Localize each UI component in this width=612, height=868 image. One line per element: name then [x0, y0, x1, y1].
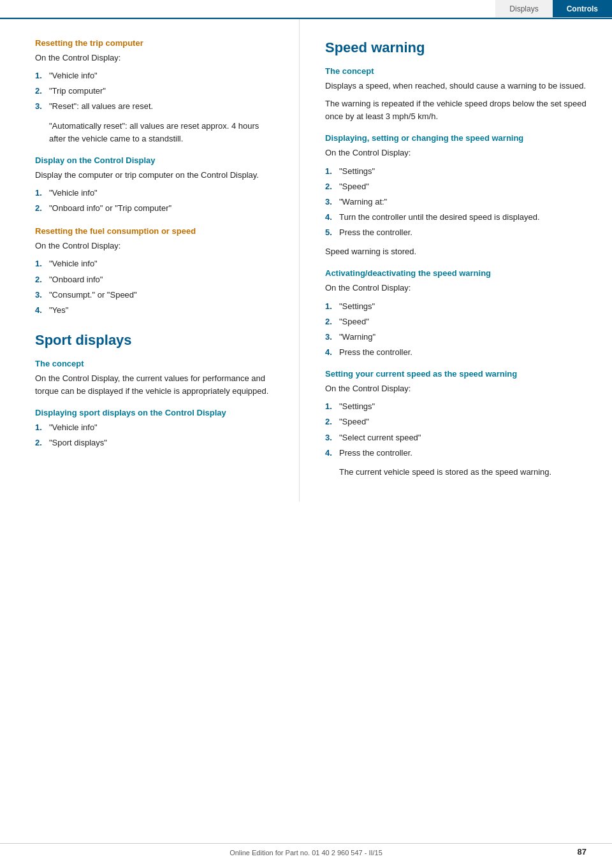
- section1-steps: 1. "Vehicle info" 2. "Trip computer" 3. …: [35, 69, 277, 113]
- list-item: 4. "Yes": [35, 304, 277, 317]
- section-display-heading: Displaying, setting or changing the spee…: [325, 133, 590, 143]
- section-current-intro: On the Control Display:: [325, 382, 590, 395]
- section1-intro: On the Control Display:: [35, 52, 277, 64]
- section2-steps: 1. "Vehicle info" 2. "Onboard info" or "…: [35, 187, 277, 215]
- sport-display-steps: 1. "Vehicle info" 2. "Sport displays": [35, 421, 277, 449]
- step-text: "Select current speed": [339, 431, 421, 444]
- step-num: 1.: [35, 69, 49, 82]
- list-item: 4. Press the controller.: [325, 346, 590, 359]
- step-num: 4.: [35, 304, 49, 317]
- footer: Online Edition for Part no. 01 40 2 960 …: [0, 843, 612, 857]
- tab-displays[interactable]: Displays: [495, 0, 552, 17]
- step-text: Turn the controller until the desired sp…: [339, 211, 540, 224]
- step-num: 1.: [325, 400, 339, 413]
- list-item: 1. "Settings": [325, 400, 590, 413]
- step-num: 2.: [325, 416, 339, 428]
- list-item: 1. "Settings": [325, 165, 590, 178]
- section2-intro: Display the computer or trip computer on…: [35, 169, 277, 182]
- step-text: Press the controller.: [339, 226, 412, 239]
- header-bar: Displays Controls: [0, 0, 612, 18]
- step-num: 4.: [325, 211, 339, 224]
- step-num: 1.: [325, 300, 339, 313]
- tab-controls-label: Controls: [567, 4, 598, 13]
- list-item: 3. "Consumpt." or "Speed": [35, 289, 277, 301]
- left-column: Resetting the trip computer On the Contr…: [0, 19, 300, 502]
- step-num: 5.: [325, 226, 339, 239]
- step-text: "Settings": [339, 300, 375, 313]
- section-current-heading: Setting your current speed as the speed …: [325, 369, 590, 379]
- step-num: 3.: [325, 331, 339, 344]
- section-display-intro: On the Control Display:: [325, 147, 590, 159]
- step-num: 3.: [325, 431, 339, 444]
- step-num: 2.: [325, 315, 339, 328]
- step-text: "Settings": [339, 400, 375, 413]
- step-text: "Warning": [339, 331, 375, 344]
- step-text: "Speed": [339, 180, 369, 193]
- section3-intro: On the Control Display:: [35, 240, 277, 252]
- step-text: "Trip computer": [49, 85, 106, 98]
- page-number: 87: [578, 847, 586, 857]
- step-num: 1.: [35, 187, 49, 199]
- tab-displays-label: Displays: [509, 4, 538, 13]
- main-content: Resetting the trip computer On the Contr…: [0, 19, 612, 502]
- list-item: 4. Press the controller.: [325, 447, 590, 459]
- list-item: 2. "Trip computer": [35, 85, 277, 98]
- right-column: Speed warning The concept Displays a spe…: [300, 19, 612, 502]
- list-item: 2. "Speed": [325, 416, 590, 428]
- speed-warning-heading: Speed warning: [325, 40, 590, 56]
- list-item: 2. "Onboard info": [35, 273, 277, 286]
- list-item: 1. "Settings": [325, 300, 590, 313]
- section-current-note: The current vehicle speed is stored as t…: [339, 466, 590, 479]
- list-item: 3. "Reset": all values are reset.: [35, 100, 277, 113]
- list-item: 4. Turn the controller until the desired…: [325, 211, 590, 224]
- list-item: 3. "Select current speed": [325, 431, 590, 444]
- step-text: "Onboard info": [49, 273, 103, 286]
- step-text: Press the controller.: [339, 447, 412, 459]
- sport-concept-text: On the Control Display, the current valu…: [35, 372, 277, 398]
- step-num: 3.: [35, 100, 49, 113]
- concept-heading: The concept: [325, 66, 590, 76]
- list-item: 2. "Speed": [325, 315, 590, 328]
- section-display-steps: 1. "Settings" 2. "Speed" 3. "Warning at:…: [325, 165, 590, 240]
- section2-heading: Display on the Control Display: [35, 156, 277, 165]
- step-num: 3.: [35, 289, 49, 301]
- step-text: "Warning at:": [339, 196, 387, 208]
- step-text: "Speed": [339, 315, 369, 328]
- step-text: "Sport displays": [49, 437, 107, 449]
- list-item: 1. "Vehicle info": [35, 257, 277, 270]
- step-text: "Vehicle info": [49, 257, 98, 270]
- step-text: "Yes": [49, 304, 68, 317]
- list-item: 3. "Warning": [325, 331, 590, 344]
- section-display-note: Speed warning is stored.: [325, 245, 590, 258]
- step-num: 2.: [35, 273, 49, 286]
- section-activate-intro: On the Control Display:: [325, 282, 590, 294]
- section3-steps: 1. "Vehicle info" 2. "Onboard info" 3. "…: [35, 257, 277, 317]
- step-num: 2.: [35, 202, 49, 215]
- step-num: 2.: [35, 85, 49, 98]
- step-num: 4.: [325, 346, 339, 359]
- tab-controls[interactable]: Controls: [553, 0, 612, 17]
- step-num: 3.: [325, 196, 339, 208]
- step-text: "Consumpt." or "Speed": [49, 289, 137, 301]
- concept-text1: Displays a speed, when reached, should c…: [325, 80, 590, 92]
- step-num: 2.: [35, 437, 49, 449]
- list-item: 1. "Vehicle info": [35, 69, 277, 82]
- footer-text: Online Edition for Part no. 01 40 2 960 …: [229, 849, 382, 857]
- list-item: 2. "Sport displays": [35, 437, 277, 449]
- step-text: "Vehicle info": [49, 69, 98, 82]
- section-activate-heading: Activating/deactivating the speed warnin…: [325, 268, 590, 278]
- list-item: 2. "Speed": [325, 180, 590, 193]
- section1-heading: Resetting the trip computer: [35, 38, 277, 48]
- step-num: 1.: [325, 165, 339, 178]
- list-item: 3. "Warning at:": [325, 196, 590, 208]
- section-current-steps: 1. "Settings" 2. "Speed" 3. "Select curr…: [325, 400, 590, 459]
- step-num: 1.: [35, 421, 49, 434]
- concept-text2: The warning is repeated if the vehicle s…: [325, 98, 590, 123]
- list-item: 5. Press the controller.: [325, 226, 590, 239]
- list-item: 1. "Vehicle info": [35, 187, 277, 199]
- sport-concept-heading: The concept: [35, 359, 277, 368]
- section3-heading: Resetting the fuel consumption or speed: [35, 226, 277, 236]
- step-text: "Settings": [339, 165, 375, 178]
- step-num: 2.: [325, 180, 339, 193]
- step-text: "Onboard info" or "Trip computer": [49, 202, 171, 215]
